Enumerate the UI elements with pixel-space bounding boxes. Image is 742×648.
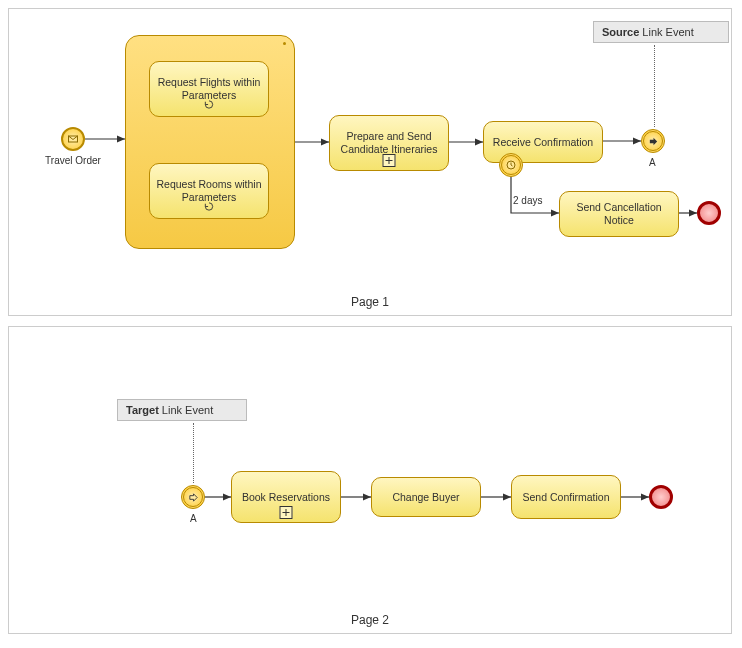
task-label: Book Reservations: [242, 491, 330, 504]
loop-marker-icon: [204, 201, 215, 215]
start-event-travel-order[interactable]: [61, 127, 85, 151]
task-prepare-itineraries[interactable]: Prepare and Send Candidate Itineraries: [329, 115, 449, 171]
page-label: Page 1: [351, 295, 389, 309]
task-send-confirmation[interactable]: Send Confirmation: [511, 475, 621, 519]
clock-icon: [505, 159, 517, 171]
start-event-label: Travel Order: [42, 155, 104, 166]
annotation-connector: [654, 45, 655, 127]
task-request-rooms[interactable]: Request Rooms within Parameters: [149, 163, 269, 219]
page-label: Page 2: [351, 613, 389, 627]
annotation-source-link: Source Link Event: [593, 21, 729, 43]
annotation-connector: [193, 423, 194, 483]
annotation-bold: Source: [602, 26, 639, 38]
end-event[interactable]: [697, 201, 721, 225]
task-label: Request Rooms within Parameters: [156, 178, 262, 203]
collapsed-subprocess-marker-icon: [383, 154, 396, 167]
annotation-rest: Link Event: [639, 26, 693, 38]
task-label: Prepare and Send Candidate Itineraries: [336, 130, 442, 155]
task-label: Change Buyer: [392, 491, 459, 504]
edge-label-2days: 2 days: [513, 195, 542, 206]
timer-boundary-event[interactable]: [499, 153, 523, 177]
annotation-bold: Target: [126, 404, 159, 416]
page2-flows: [9, 327, 733, 635]
page-2-canvas: Target Link Event A Book Reservations Ch…: [8, 326, 732, 634]
annotation-rest: Link Event: [159, 404, 213, 416]
envelope-icon: [67, 133, 79, 145]
task-book-reservations[interactable]: Book Reservations: [231, 471, 341, 523]
annotation-target-link: Target Link Event: [117, 399, 247, 421]
task-label: Request Flights within Parameters: [156, 76, 262, 101]
link-catch-label: A: [190, 513, 197, 524]
link-catch-event[interactable]: [181, 485, 205, 509]
page-1-canvas: Source Link Event Travel Order Request F…: [8, 8, 732, 316]
end-event[interactable]: [649, 485, 673, 509]
task-change-buyer[interactable]: Change Buyer: [371, 477, 481, 517]
task-label: Send Cancellation Notice: [566, 201, 672, 226]
arrow-right-icon: [188, 492, 199, 503]
subprocess-marker-icon: [283, 42, 286, 45]
loop-marker-icon: [204, 99, 215, 113]
arrow-right-icon: [648, 136, 659, 147]
task-label: Send Confirmation: [523, 491, 610, 504]
task-label: Receive Confirmation: [493, 136, 593, 149]
collapsed-subprocess-marker-icon: [280, 506, 293, 519]
task-request-flights[interactable]: Request Flights within Parameters: [149, 61, 269, 117]
task-send-cancellation[interactable]: Send Cancellation Notice: [559, 191, 679, 237]
link-throw-label: A: [649, 157, 656, 168]
link-throw-event[interactable]: [641, 129, 665, 153]
